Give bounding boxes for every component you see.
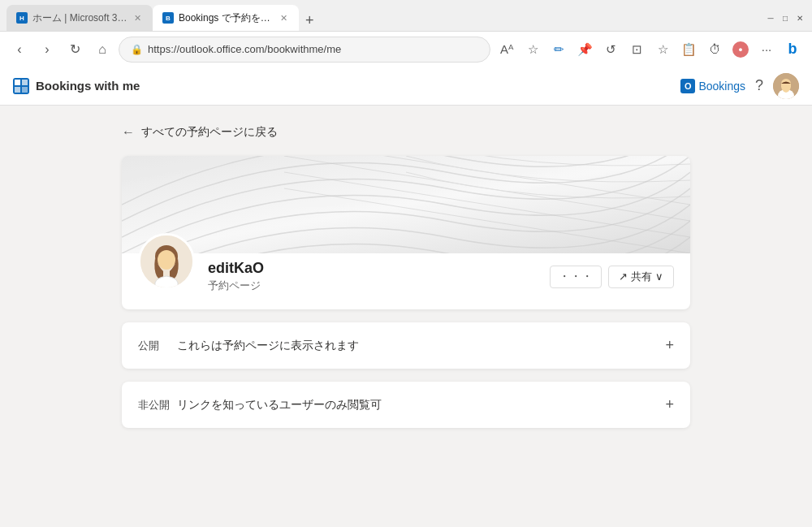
profile-actions: ・・・ ↗ 共有 ∨ — [550, 266, 674, 288]
back-nav-label: すべての予約ページに戻る — [141, 125, 278, 140]
profile-subtitle: 予約ページ — [208, 279, 550, 293]
tab-bar: H ホーム | Microsoft 365 ✕ B Bookings で予約を受… — [6, 5, 765, 31]
tab-home-close[interactable]: ✕ — [132, 13, 143, 24]
private-description: リンクを知っているユーザーのみ閲覧可 — [177, 398, 665, 413]
svg-rect-1 — [22, 80, 28, 85]
bookings-nav-icon: O — [680, 79, 695, 93]
navigation-bar: ‹ › ↻ ⌂ 🔒 https://outlook.office.com/boo… — [0, 31, 812, 67]
share-label: 共有 — [631, 270, 652, 284]
profile-card: editKaO 予約ページ ・・・ ↗ 共有 ∨ — [122, 156, 690, 309]
help-button[interactable]: ? — [755, 77, 763, 94]
close-button[interactable]: ✕ — [794, 12, 806, 24]
profile-info-row: editKaO 予約ページ ・・・ ↗ 共有 ∨ — [122, 253, 690, 309]
private-badge: 非公開 — [138, 398, 174, 413]
back-arrow-icon: ← — [122, 125, 135, 140]
reader-view-button[interactable]: Aᴬ — [495, 38, 518, 61]
bookings-nav-label: Bookings — [698, 80, 745, 93]
back-button[interactable]: ‹ — [8, 38, 31, 61]
app-header: Bookings with me O Bookings ? — [0, 67, 812, 106]
svg-point-10 — [158, 250, 175, 270]
forward-button[interactable]: › — [36, 38, 58, 61]
back-navigation[interactable]: ← すべての予約ページに戻る — [122, 125, 690, 140]
public-badge: 公開 — [138, 339, 174, 353]
share-button[interactable]: ↗ 共有 ∨ — [608, 266, 674, 288]
tab-bookings-label: Bookings で予約を受ける – editKa... — [179, 11, 274, 25]
tab-bookings[interactable]: B Bookings で予約を受ける – editKa... ✕ — [153, 5, 299, 31]
share-icon: ↗ — [619, 270, 628, 283]
private-add-icon[interactable]: + — [665, 396, 674, 413]
maximize-button[interactable]: □ — [780, 12, 791, 24]
refresh-button[interactable]: ↻ — [63, 38, 86, 61]
app-title: Bookings with me — [36, 79, 140, 93]
public-section-card[interactable]: 公開 これらは予約ページに表示されます + — [122, 322, 690, 369]
svg-rect-3 — [22, 87, 28, 93]
tab-home-favicon: H — [16, 12, 28, 24]
edit-button[interactable]: ✏ — [547, 38, 570, 61]
tab-home[interactable]: H ホーム | Microsoft 365 ✕ — [6, 5, 153, 31]
star-button[interactable]: ☆ — [651, 38, 674, 61]
profile-button[interactable]: ● — [729, 38, 752, 61]
profile-name: editKaO — [208, 260, 550, 277]
profile-avatar — [138, 233, 195, 290]
tab-home-label: ホーム | Microsoft 365 — [32, 11, 127, 25]
pin-button[interactable]: 📌 — [573, 38, 596, 61]
browser-chrome: H ホーム | Microsoft 365 ✕ B Bookings で予約を受… — [0, 0, 812, 67]
minimize-button[interactable]: ─ — [765, 12, 776, 24]
share-chevron-icon: ∨ — [655, 270, 663, 283]
svg-rect-0 — [15, 80, 20, 85]
svg-rect-2 — [15, 87, 20, 93]
collections-button[interactable]: 📋 — [677, 38, 700, 61]
window-controls: ─ □ ✕ — [765, 12, 806, 24]
address-bar[interactable]: 🔒 https://outlook.office.com/bookwithme/… — [119, 37, 490, 63]
bookings-nav-button[interactable]: O Bookings — [680, 79, 745, 93]
copilot-button[interactable]: b — [781, 38, 804, 61]
split-view-button[interactable]: ⊡ — [625, 38, 648, 61]
profile-text: editKaO 予約ページ — [208, 260, 550, 293]
favorites-button[interactable]: ☆ — [521, 38, 544, 61]
new-tab-button[interactable]: + — [299, 11, 321, 31]
svg-rect-7 — [122, 156, 690, 253]
browser-toolbar: Aᴬ ☆ ✏ 📌 ↺ ⊡ ☆ 📋 ⏱ ● ··· b — [495, 38, 804, 61]
more-button[interactable]: ··· — [755, 38, 778, 61]
public-add-icon[interactable]: + — [665, 337, 674, 354]
profile-banner — [122, 156, 690, 253]
home-button[interactable]: ⌂ — [91, 38, 114, 61]
user-avatar[interactable] — [773, 73, 799, 99]
banner-pattern — [122, 156, 690, 253]
lock-icon: 🔒 — [131, 44, 143, 55]
app-logo: Bookings with me — [13, 78, 680, 94]
profile-more-button[interactable]: ・・・ — [550, 266, 602, 288]
public-description: これらは予約ページに表示されます — [177, 339, 665, 353]
url-text: https://outlook.office.com/bookwithme/me — [148, 43, 478, 55]
refresh-icon-btn[interactable]: ↺ — [599, 38, 622, 61]
tab-bookings-favicon: B — [162, 12, 174, 24]
tab-bookings-close[interactable]: ✕ — [279, 13, 289, 24]
page-content: ← すべての予約ページに戻る — [0, 106, 812, 527]
private-section-card[interactable]: 非公開 リンクを知っているユーザーのみ閲覧可 + — [122, 382, 690, 428]
app-logo-icon — [13, 78, 29, 94]
history-button[interactable]: ⏱ — [703, 38, 726, 61]
title-bar: H ホーム | Microsoft 365 ✕ B Bookings で予約を受… — [0, 0, 812, 31]
app-header-right: O Bookings ? — [680, 73, 799, 99]
